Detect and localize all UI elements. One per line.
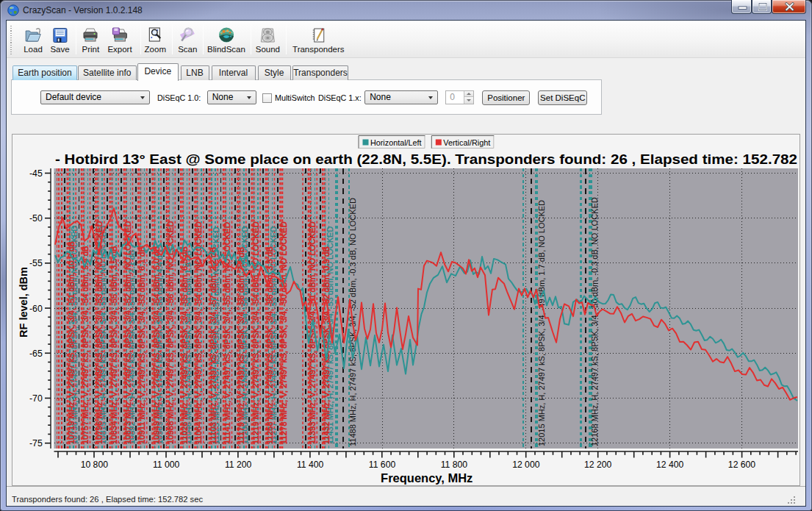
- svg-text:11 000: 11 000: [153, 460, 180, 470]
- svg-text:Vertical/Right: Vertical/Right: [443, 138, 491, 147]
- svg-text:11103 MHz, V, 27497 kS, 8PSK,: 11103 MHz, V, 27497 kS, 8PSK, 3/4, -57 d…: [209, 247, 218, 444]
- svg-text:- Hotbird 13° East @ Some plac: - Hotbird 13° East @ Some place on earth…: [55, 152, 797, 167]
- svg-text:10719 MHz, V, 27497 kS, 8PSK,: 10719 MHz, V, 27497 kS, 8PSK, 3/4, -51 d…: [67, 241, 76, 444]
- svg-text:RF level, dBm: RF level, dBm: [18, 267, 29, 337]
- svg-text:11026 MHz, V, 27497 kS, 8PSK,: 11026 MHz, V, 27497 kS, 8PSK, 3/4, -55 d…: [180, 246, 189, 444]
- svg-text:10 800: 10 800: [81, 460, 108, 470]
- svg-text:11179 MHz, V, 27497 kS, 8PSK,: 11179 MHz, V, 27497 kS, 8PSK, 3/4, -56 d…: [237, 247, 245, 444]
- svg-text:11 200: 11 200: [225, 460, 252, 470]
- svg-text:11219 MHz, V, 27497 kS, 8PSK,: 11219 MHz, V, 27497 kS, 8PSK, 3/4, -54 d…: [251, 221, 260, 444]
- svg-text:-60: -60: [29, 304, 43, 314]
- svg-text:11278 MHz, V, 27497 kS, 8PSK,: 11278 MHz, V, 27497 kS, 8PSK, 3/4, -50 d…: [279, 221, 288, 444]
- svg-text:11 400: 11 400: [297, 460, 324, 470]
- svg-text:10911 MHz, V, 27497 kS, 8PSK,: 10911 MHz, V, 27497 kS, 8PSK, 3/4, -53 d…: [137, 246, 146, 444]
- svg-text:12 600: 12 600: [728, 460, 755, 470]
- svg-text:-65: -65: [29, 349, 43, 359]
- svg-text:11 600: 11 600: [369, 460, 396, 470]
- svg-text:-70: -70: [29, 393, 43, 404]
- svg-text:11432 MHz, V, 27497 kS, 8PSK,: 11432 MHz, V, 27497 kS, 8PSK, 3/4, -52 d…: [322, 246, 331, 444]
- svg-text:-45: -45: [29, 168, 43, 179]
- svg-text:Horizontal/Left: Horizontal/Left: [370, 138, 422, 147]
- svg-text:11 800: 11 800: [441, 460, 468, 470]
- svg-text:10873 MHz, V, 27497 kS, 8PSK,: 10873 MHz, V, 27497 kS, 8PSK, 3/4, -52 d…: [123, 221, 132, 445]
- svg-text:12 000: 12 000: [512, 460, 539, 470]
- svg-text:-55: -55: [29, 258, 43, 268]
- svg-text:-50: -50: [29, 213, 43, 224]
- svg-text:12015 MHz, H, 27497 kS, 8PSK,: 12015 MHz, H, 27497 kS, 8PSK, 3/4, -49 d…: [537, 200, 546, 446]
- svg-text:10949 MHz, V, 27497 kS, 8PSK,: 10949 MHz, V, 27497 kS, 8PSK, 3/4, -54 d…: [152, 246, 161, 444]
- svg-text:-75: -75: [29, 438, 43, 449]
- svg-text:12 200: 12 200: [584, 460, 611, 470]
- svg-text:12 400: 12 400: [656, 460, 683, 470]
- svg-text:12168 MHz, H, 27497 kS, 8PSK,: 12168 MHz, H, 27497 kS, 8PSK, 3/4, -50 d…: [590, 197, 599, 446]
- svg-text:10988 MHz, V, 27497 kS, 8PSK,: 10988 MHz, V, 27497 kS, 8PSK, 3/4, -56 d…: [166, 221, 175, 445]
- svg-text:10834 MHz, V, 27497 kS, 8PSK,: 10834 MHz, V, 27497 kS, 8PSK, 3/4, -55 d…: [109, 246, 118, 444]
- svg-text:Frequency, MHz: Frequency, MHz: [381, 471, 473, 485]
- svg-text:11064 MHz, V, 27497 kS, 8PSK,: 11064 MHz, V, 27497 kS, 8PSK, 3/4, -54 d…: [194, 221, 203, 444]
- svg-text:10757 MHz, V, 27497 kS, 8PSK,: 10757 MHz, V, 27497 kS, 8PSK, 3/4, -54 d…: [81, 246, 90, 444]
